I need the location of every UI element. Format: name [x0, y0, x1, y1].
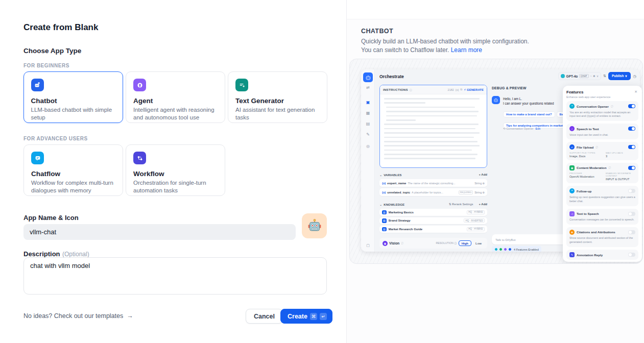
- app-name-label: App Name & Icon: [23, 214, 79, 222]
- rerank-settings-button: ⇅ Rerank Settings: [449, 203, 473, 206]
- toggle-on: [628, 145, 635, 149]
- instructions-header: INSTRUCTIONS ⓘ 2182 {x} ⧉ ⚡ GENERATE: [380, 85, 487, 94]
- knowledge-row: ▥ Brand Strategy HQ · INVERTED: [379, 217, 487, 225]
- model-selector: GPT-4o CHAT ◔ ✱ ∨: [558, 72, 601, 80]
- conversation-opener-note: ⟲ Conversation OpenerEdit: [503, 127, 540, 130]
- chatflow-icon: [31, 152, 44, 164]
- vision-icon: ◉: [383, 241, 388, 246]
- for-beginners-label: FOR BEGINNERS: [23, 63, 69, 68]
- feature-dot-icon: [504, 248, 507, 251]
- info-icon: ⓘ: [401, 242, 403, 244]
- toggle-on: [628, 166, 635, 170]
- create-app-modal: Create from Blank Choose App Type FOR BE…: [0, 0, 346, 343]
- annotation-icon: ✎: [569, 252, 575, 257]
- settings-icon: ✱: [593, 75, 595, 78]
- card-desc: AI assistant for text generation tasks: [235, 106, 320, 122]
- variable-row: {x} expert_name The name of the strategi…: [379, 179, 487, 187]
- app-type-card-workflow[interactable]: Workflow Orchestration for single-turn a…: [126, 144, 225, 196]
- app-icon-picker[interactable]: [302, 213, 327, 238]
- chevron-down-icon: ∨: [597, 75, 599, 78]
- preview-screenshot-frame: ⇄ ▣ ▦ ▤ ✎ ◎ ▢ Orchestrate GPT-4o CHAT ◔ …: [349, 59, 643, 264]
- image-nav-icon: ▦: [361, 111, 375, 115]
- agent-icon: [133, 79, 146, 91]
- shield-icon: ▣: [569, 165, 575, 170]
- collapse-icon: ▢: [361, 243, 375, 248]
- info-icon: ⓘ: [410, 88, 412, 91]
- annotation-nav-icon: ✎: [361, 132, 375, 137]
- history-icon: ◷: [633, 74, 636, 79]
- variable-row: {x} unrelated_topic A placeholder for to…: [379, 188, 487, 196]
- feature-file-upload: ▱ File Upload ⓘ SUPPORT FILE TYPES Image…: [566, 142, 638, 160]
- description-label: Description: [23, 250, 60, 258]
- code-icon: {x}: [456, 88, 459, 91]
- feature-citations: ❋ Citations and Attributions Show source…: [566, 227, 638, 247]
- toggle-off: [628, 189, 635, 193]
- workflow-icon: [133, 152, 146, 164]
- compare-icon: ⇅: [603, 74, 606, 78]
- choose-app-type-label: Choose App Type: [23, 47, 81, 55]
- instructions-panel: INSTRUCTIONS ⓘ 2182 {x} ⧉ ⚡ GENERATE: [379, 85, 487, 168]
- card-desc: Intelligent agent with reasoning and aut…: [133, 106, 218, 122]
- speaker-icon: ◁: [569, 211, 575, 216]
- text-generator-icon: [235, 79, 248, 91]
- add-knowledge-button: + Add: [479, 203, 487, 206]
- generate-button: ⚡ GENERATE: [464, 88, 484, 91]
- citation-icon: ❋: [569, 230, 575, 235]
- feature-follow-up: ❞ Follow-up Setting up next questions su…: [566, 186, 638, 206]
- page-title: Create from Blank: [23, 22, 98, 33]
- card-title: Workflow: [133, 170, 218, 178]
- templates-link[interactable]: No ideas? Check out our templates →: [23, 312, 133, 320]
- app-type-card-text-generator[interactable]: Text Generator AI assistant for text gen…: [228, 71, 327, 123]
- toggle-on: [628, 127, 635, 131]
- edit-link: Edit: [535, 127, 540, 130]
- mini-app-icon: [363, 72, 373, 82]
- knowledge-section: ⌄ KNOWLEDGE ⇅ Rerank Settings + Add ▥ Ma…: [379, 201, 487, 233]
- settings-nav-icon: ◎: [361, 144, 375, 149]
- app-type-card-chatflow[interactable]: Chatflow Workflow for complex multi-turn…: [23, 144, 123, 196]
- card-desc: LLM-based chatbot with simple setup: [31, 106, 116, 122]
- dataset-icon: ▥: [382, 227, 387, 232]
- variable-icon: {x}: [382, 182, 386, 185]
- preview-description: Quickly build an LLM-based chatbot with …: [361, 37, 540, 55]
- conversation-opener-icon: ❝: [569, 104, 575, 109]
- prompt-skeleton-lines: [380, 94, 487, 166]
- variable-icon: {x}: [382, 191, 386, 194]
- bot-avatar: [492, 96, 500, 104]
- temperature-icon: ◔: [590, 75, 591, 78]
- exchange-icon: ⇄: [361, 85, 375, 90]
- card-desc: Orchestration for single-turn automation…: [133, 179, 218, 195]
- card-title: Text Generator: [235, 97, 320, 105]
- beginner-cards-row: Chatbot LLM-based chatbot with simple se…: [23, 71, 327, 123]
- knowledge-row: ▥ Marketing Basics HQ · HYBRID: [379, 209, 487, 216]
- chat-bubble-icon: ❞: [569, 188, 575, 193]
- chevron-icon: ⌄: [379, 173, 382, 177]
- feature-dot-icon: [508, 248, 512, 251]
- resolution-low-chip: Low: [473, 241, 484, 246]
- learn-more-link[interactable]: Learn more: [451, 46, 482, 54]
- app-name-input[interactable]: [23, 224, 296, 240]
- vision-row: ◉ Vision ⓘ RESOLUTION ⓘ High Low: [379, 238, 487, 249]
- cancel-button[interactable]: Cancel: [246, 309, 283, 324]
- mini-header-controls: GPT-4o CHAT ◔ ✱ ∨ ⇅ Publish ∨ ◷: [558, 72, 636, 80]
- create-button-label: Create: [288, 313, 307, 320]
- dataset-icon: ▥: [382, 210, 387, 215]
- copy-icon: ⧉: [460, 88, 462, 91]
- feature-content-moderation: ▣ Content Moderation ⓘ PROVIDER OpenAI M…: [566, 163, 638, 184]
- app-type-card-chatbot[interactable]: Chatbot LLM-based chatbot with simple se…: [23, 71, 123, 123]
- info-icon: ⓘ: [595, 146, 598, 149]
- cmd-key-icon: ⌘: [310, 313, 317, 320]
- feature-conversation-opener: ❝ Conversation Opener ⓘ You are an entit…: [566, 101, 638, 121]
- create-button[interactable]: Create ⌘ ↵: [280, 309, 332, 324]
- knowledge-row: ▥ Market Research Guide HQ · HYBRID: [379, 226, 487, 233]
- app-type-preview-panel: CHATBOT Quickly build an LLM-based chatb…: [346, 0, 644, 343]
- feature-speech-to-text: ♪ Speech to Text Voice input can be used…: [566, 124, 638, 139]
- app-type-card-agent[interactable]: Agent Intelligent agent with reasoning a…: [126, 71, 225, 123]
- description-textarea[interactable]: chat with vllm model: [23, 257, 327, 295]
- microphone-icon: ♪: [569, 126, 575, 131]
- toggle-on: [628, 104, 635, 108]
- close-icon: ✕: [634, 90, 637, 94]
- feature-text-to-speech: ◁ Text to Speech Conversation messages c…: [566, 209, 638, 225]
- feature-annotation-reply: ✎ Annotation Reply: [566, 250, 638, 260]
- card-title: Agent: [133, 97, 218, 105]
- variables-section: ⌄ VARIABLES + Add {x} expert_name The na…: [379, 172, 487, 196]
